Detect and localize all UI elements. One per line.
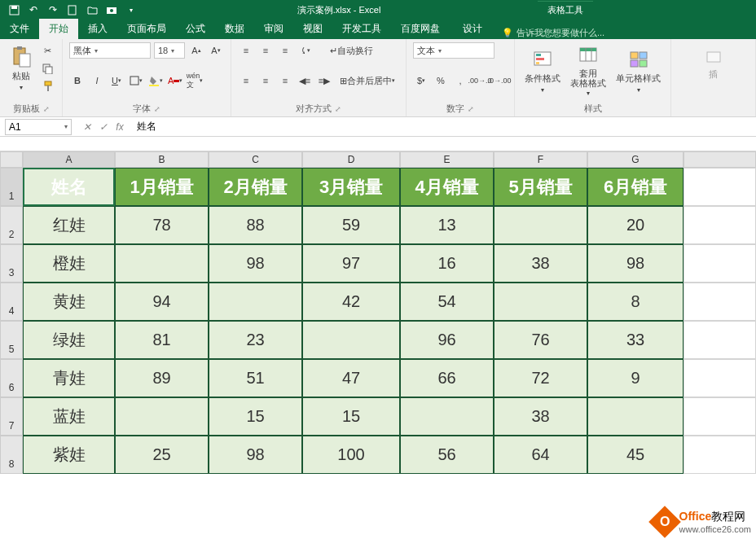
formula-input[interactable]: 姓名 <box>132 120 756 134</box>
data-cell[interactable]: 47 <box>302 359 400 397</box>
cell-styles-button[interactable]: 单元格样式▾ <box>613 46 664 95</box>
empty-cell[interactable] <box>683 436 756 474</box>
format-painter-button[interactable] <box>39 78 55 94</box>
data-cell[interactable]: 100 <box>302 436 400 474</box>
data-cell[interactable]: 56 <box>400 436 494 474</box>
insert-cells-button[interactable]: 插 <box>678 42 749 82</box>
tab-review[interactable]: 审阅 <box>254 19 293 39</box>
empty-cell[interactable] <box>683 206 756 244</box>
data-cell[interactable] <box>494 283 587 321</box>
col-header-C[interactable]: C <box>209 151 302 168</box>
data-cell[interactable]: 89 <box>115 359 209 397</box>
row-header-5[interactable]: 5 <box>0 321 23 359</box>
data-cell[interactable]: 42 <box>302 283 400 321</box>
data-cell[interactable]: 25 <box>115 436 209 474</box>
tab-layout[interactable]: 页面布局 <box>117 19 176 39</box>
italic-button[interactable]: I <box>89 72 105 89</box>
data-cell[interactable]: 97 <box>302 244 400 283</box>
row-header-3[interactable]: 3 <box>0 244 23 283</box>
number-dialog-launcher[interactable]: ⤢ <box>468 105 474 113</box>
tab-dev[interactable]: 开发工具 <box>332 19 391 39</box>
data-cell[interactable]: 98 <box>209 436 302 474</box>
data-cell[interactable]: 蓝娃 <box>23 397 115 436</box>
tab-formula[interactable]: 公式 <box>176 19 215 39</box>
align-dialog-launcher[interactable]: ⤢ <box>335 105 341 113</box>
data-cell[interactable]: 78 <box>115 206 209 244</box>
underline-button[interactable]: U▾ <box>108 72 125 89</box>
data-cell[interactable]: 红娃 <box>23 206 115 244</box>
font-size-combo[interactable]: 18▾ <box>154 42 185 59</box>
data-cell[interactable] <box>209 283 302 321</box>
col-header-B[interactable]: B <box>115 151 209 168</box>
empty-cell[interactable] <box>683 244 756 283</box>
empty-cell[interactable] <box>683 321 756 359</box>
empty-cell[interactable] <box>683 359 756 397</box>
align-right-button[interactable]: ≡ <box>277 72 293 89</box>
open-icon[interactable] <box>83 2 101 18</box>
header-cell[interactable]: 2月销量 <box>209 168 302 206</box>
data-cell[interactable] <box>400 397 494 436</box>
enter-formula-button[interactable]: ✓ <box>96 121 111 133</box>
header-cell[interactable]: 4月销量 <box>400 168 494 206</box>
col-header-G[interactable]: G <box>587 151 683 168</box>
header-cell[interactable]: 5月销量 <box>494 168 587 206</box>
paste-button[interactable]: 粘贴 ▾ <box>7 44 36 93</box>
data-cell[interactable] <box>587 397 683 436</box>
data-cell[interactable]: 98 <box>209 244 302 283</box>
data-cell[interactable]: 88 <box>209 206 302 244</box>
header-cell[interactable]: 姓名 <box>23 168 115 206</box>
data-cell[interactable]: 54 <box>400 283 494 321</box>
col-header-D[interactable]: D <box>302 151 400 168</box>
data-cell[interactable]: 20 <box>587 206 683 244</box>
data-cell[interactable]: 9 <box>587 359 683 397</box>
number-format-combo[interactable]: 文本▾ <box>413 42 494 59</box>
align-middle-button[interactable]: ≡ <box>257 42 274 59</box>
increase-font-button[interactable]: A▴ <box>188 42 204 59</box>
clipboard-dialog-launcher[interactable]: ⤢ <box>43 105 50 113</box>
tab-home[interactable]: 开始 <box>39 19 78 39</box>
data-cell[interactable]: 38 <box>494 397 587 436</box>
align-bottom-button[interactable]: ≡ <box>277 42 293 59</box>
camera-icon[interactable] <box>103 2 121 18</box>
data-cell[interactable]: 59 <box>302 206 400 244</box>
header-cell[interactable]: 6月销量 <box>587 168 683 206</box>
redo-icon[interactable]: ↷ <box>44 2 62 18</box>
empty-cell[interactable] <box>683 397 756 436</box>
data-cell[interactable]: 15 <box>209 397 302 436</box>
data-cell[interactable]: 橙娃 <box>23 244 115 283</box>
row-header-8[interactable]: 8 <box>0 436 23 474</box>
fill-color-button[interactable]: ▾ <box>147 72 164 89</box>
align-left-button[interactable]: ≡ <box>238 72 254 89</box>
decrease-font-button[interactable]: A▾ <box>208 42 224 59</box>
qat-more-icon[interactable]: ▾ <box>122 2 140 18</box>
font-color-button[interactable]: A▾ <box>167 72 183 89</box>
merge-center-button[interactable]: ⊞合并后居中▾ <box>336 72 399 89</box>
conditional-format-button[interactable]: 条件格式▾ <box>521 46 564 95</box>
name-box[interactable]: A1▾ <box>5 119 72 135</box>
data-cell[interactable]: 51 <box>209 359 302 397</box>
align-top-button[interactable]: ≡ <box>238 42 254 59</box>
bold-button[interactable]: B <box>69 72 86 89</box>
data-cell[interactable]: 23 <box>209 321 302 359</box>
data-cell[interactable]: 45 <box>587 436 683 474</box>
data-cell[interactable]: 青娃 <box>23 359 115 397</box>
data-cell[interactable]: 16 <box>400 244 494 283</box>
comma-format-button[interactable]: , <box>452 72 468 89</box>
accounting-format-button[interactable]: $▾ <box>413 72 429 89</box>
tab-baidu[interactable]: 百度网盘 <box>391 19 450 39</box>
data-cell[interactable]: 94 <box>115 283 209 321</box>
data-cell[interactable] <box>115 244 209 283</box>
spreadsheet-grid[interactable]: ABCDEFG 1姓名1月销量2月销量3月销量4月销量5月销量6月销量2红娃78… <box>0 151 756 474</box>
data-cell[interactable]: 紫娃 <box>23 436 115 474</box>
new-icon[interactable] <box>64 2 81 18</box>
row-header-6[interactable]: 6 <box>0 359 23 397</box>
col-header-empty[interactable] <box>683 151 756 168</box>
data-cell[interactable]: 15 <box>302 397 400 436</box>
col-header-F[interactable]: F <box>494 151 587 168</box>
cancel-formula-button[interactable]: ✕ <box>80 121 94 133</box>
tab-file[interactable]: 文件 <box>0 19 39 39</box>
row-header-4[interactable]: 4 <box>0 283 23 321</box>
tab-view[interactable]: 视图 <box>293 19 332 39</box>
empty-cell[interactable] <box>683 283 756 321</box>
table-format-button[interactable]: 套用 表格格式▾ <box>567 42 609 99</box>
